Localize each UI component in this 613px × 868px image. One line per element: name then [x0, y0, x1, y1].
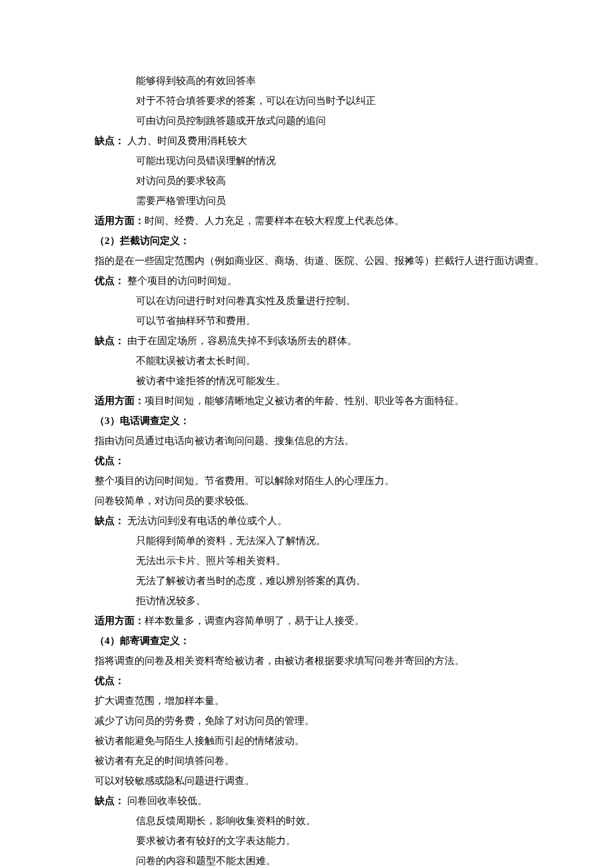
text-line: 指由访问员通过电话向被访者询问问题、搜集信息的方法。 [95, 431, 526, 451]
text-span: 能够得到较高的有效回答率 [136, 75, 256, 86]
text-line: 指的是在一些固定范围内（例如商业区、商场、街道、医院、公园、报摊等）拦截行人进行… [95, 251, 526, 271]
text-line: 可以节省抽样环节和费用。 [95, 311, 526, 331]
label-bold: 优点： [95, 275, 125, 286]
label-bold: 缺点： [95, 335, 125, 346]
text-line: 减少了访问员的劳务费，免除了对访问员的管理。 [95, 711, 526, 731]
text-span: 拒访情况较多。 [136, 595, 206, 606]
text-span: 问卷的内容和题型不能太困难。 [136, 855, 276, 866]
text-span: 无法出示卡片、照片等相关资料。 [136, 555, 286, 566]
text-line: （4）邮寄调查定义： [95, 631, 526, 651]
text-span: 指由访问员通过电话向被访者询问问题、搜集信息的方法。 [95, 435, 354, 446]
text-span: 整个项目的访问时间短。节省费用。可以解除对陌生人的心理压力。 [95, 475, 394, 486]
text-line: 问卷较简单，对访问员的要求较低。 [95, 491, 526, 511]
text-span: 扩大调查范围，增加样本量。 [95, 695, 225, 706]
text-span: 不能耽误被访者太长时间。 [136, 355, 256, 366]
text-line: 适用方面：项目时间短，能够清晰地定义被访者的年龄、性别、职业等各方面特征。 [95, 391, 526, 411]
text-span: 可由访问员控制跳答题或开放式问题的追问 [136, 115, 326, 126]
text-span: 指的是在一些固定范围内（例如商业区、商场、街道、医院、公园、报摊等）拦截行人进行… [95, 255, 544, 266]
text-line: 要求被访者有较好的文字表达能力。 [95, 831, 526, 851]
text-line: 整个项目的访问时间短。节省费用。可以解除对陌生人的心理压力。 [95, 471, 526, 491]
text-line: 被访者中途拒答的情况可能发生。 [95, 371, 526, 391]
text-line: 扩大调查范围，增加样本量。 [95, 691, 526, 711]
text-span: 问卷回收率较低。 [125, 795, 207, 806]
text-line: 能够得到较高的有效回答率 [95, 71, 526, 91]
text-span: 指将调查的问卷及相关资料寄给被访者，由被访者根据要求填写问卷并寄回的方法。 [95, 655, 464, 666]
text-span: 由于在固定场所，容易流失掉不到该场所去的群体。 [125, 335, 357, 346]
text-span: 整个项目的访问时间短。 [125, 275, 237, 286]
text-span: 问卷较简单，对访问员的要求较低。 [95, 495, 255, 506]
text-line: （2）拦截访问定义： [95, 231, 526, 251]
text-span: 信息反馈周期长，影响收集资料的时效。 [136, 815, 316, 826]
text-line: 优点： [95, 451, 526, 471]
text-line: 适用方面：时间、经费、人力充足，需要样本在较大程度上代表总体。 [95, 211, 526, 231]
label-bold: 适用方面： [95, 615, 145, 626]
text-span: 项目时间短，能够清晰地定义被访者的年龄、性别、职业等各方面特征。 [145, 395, 464, 406]
text-line: 拒访情况较多。 [95, 591, 526, 611]
text-line: 缺点： 无法访问到没有电话的单位或个人。 [95, 511, 526, 531]
text-line: 适用方面：样本数量多，调查内容简单明了，易于让人接受。 [95, 611, 526, 631]
text-span: 样本数量多，调查内容简单明了，易于让人接受。 [145, 615, 364, 626]
text-line: 缺点： 人力、时间及费用消耗较大 [95, 131, 526, 151]
text-span: 被访者中途拒答的情况可能发生。 [136, 375, 286, 386]
label-bold: 优点： [95, 455, 125, 466]
text-line: 只能得到简单的资料，无法深入了解情况。 [95, 531, 526, 551]
text-line: 缺点： 由于在固定场所，容易流失掉不到该场所去的群体。 [95, 331, 526, 351]
label-bold: （4）邮寄调查定义： [95, 635, 190, 646]
text-span: 无法访问到没有电话的单位或个人。 [125, 515, 287, 526]
text-line: 可由访问员控制跳答题或开放式问题的追问 [95, 111, 526, 131]
text-span: 被访者能避免与陌生人接触而引起的情绪波动。 [95, 735, 305, 746]
text-span: 对于不符合填答要求的答案，可以在访问当时予以纠正 [136, 95, 376, 106]
text-line: 信息反馈周期长，影响收集资料的时效。 [95, 811, 526, 831]
text-line: 需要严格管理访问员 [95, 191, 526, 211]
text-span: 对访问员的要求较高 [136, 175, 226, 186]
text-line: 问卷的内容和题型不能太困难。 [95, 851, 526, 868]
text-line: 无法了解被访者当时的态度，难以辨别答案的真伪。 [95, 571, 526, 591]
text-span: 可以对较敏感或隐私问题进行调查。 [95, 775, 255, 786]
text-span: 需要严格管理访问员 [136, 195, 226, 206]
text-span: 要求被访者有较好的文字表达能力。 [136, 835, 296, 846]
text-span: 可能出现访问员错误理解的情况 [136, 155, 276, 166]
text-line: （3）电话调查定义： [95, 411, 526, 431]
text-span: 减少了访问员的劳务费，免除了对访问员的管理。 [95, 715, 314, 726]
document-body: 能够得到较高的有效回答率对于不符合填答要求的答案，可以在访问当时予以纠正可由访问… [95, 71, 526, 868]
text-line: 优点： 整个项目的访问时间短。 [95, 271, 526, 291]
text-line: 被访者有充足的时间填答问卷。 [95, 751, 526, 771]
label-bold: 缺点： [95, 795, 125, 806]
text-span: 被访者有充足的时间填答问卷。 [95, 755, 235, 766]
label-bold: （3）电话调查定义： [95, 415, 190, 426]
text-span: 人力、时间及费用消耗较大 [125, 135, 247, 146]
text-span: 可以节省抽样环节和费用。 [136, 315, 256, 326]
text-span: 可以在访问进行时对问卷真实性及质量进行控制。 [136, 295, 356, 306]
label-bold: 缺点： [95, 515, 125, 526]
text-line: 可能出现访问员错误理解的情况 [95, 151, 526, 171]
label-bold: 优点： [95, 675, 125, 686]
label-bold: 缺点： [95, 135, 125, 146]
text-line: 对访问员的要求较高 [95, 171, 526, 191]
text-line: 对于不符合填答要求的答案，可以在访问当时予以纠正 [95, 91, 526, 111]
text-line: 被访者能避免与陌生人接触而引起的情绪波动。 [95, 731, 526, 751]
label-bold: （2）拦截访问定义： [95, 235, 190, 246]
text-line: 可以对较敏感或隐私问题进行调查。 [95, 771, 526, 791]
text-line: 无法出示卡片、照片等相关资料。 [95, 551, 526, 571]
text-line: 不能耽误被访者太长时间。 [95, 351, 526, 371]
label-bold: 适用方面： [95, 215, 145, 226]
text-line: 可以在访问进行时对问卷真实性及质量进行控制。 [95, 291, 526, 311]
text-line: 优点： [95, 671, 526, 691]
text-span: 只能得到简单的资料，无法深入了解情况。 [136, 535, 326, 546]
label-bold: 适用方面： [95, 395, 145, 406]
text-line: 指将调查的问卷及相关资料寄给被访者，由被访者根据要求填写问卷并寄回的方法。 [95, 651, 526, 671]
text-line: 缺点： 问卷回收率较低。 [95, 791, 526, 811]
text-span: 时间、经费、人力充足，需要样本在较大程度上代表总体。 [145, 215, 404, 226]
text-span: 无法了解被访者当时的态度，难以辨别答案的真伪。 [136, 575, 366, 586]
